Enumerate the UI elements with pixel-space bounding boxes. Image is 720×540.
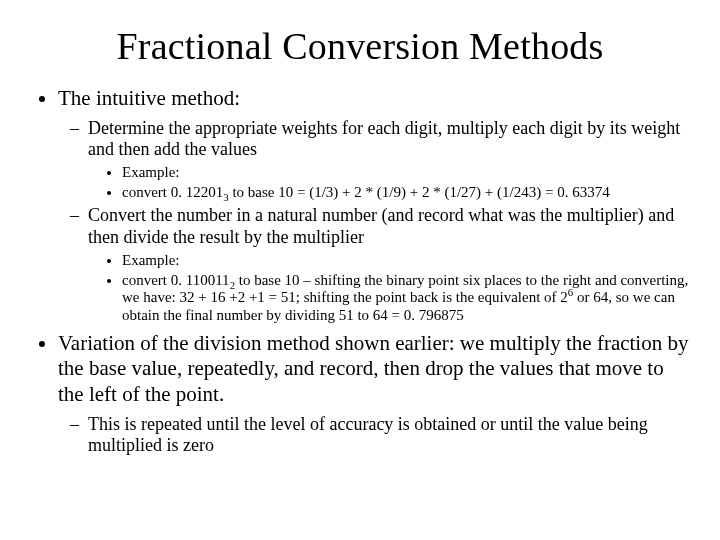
sublist: This is repeated until the level of accu… bbox=[62, 414, 690, 456]
sub-text: Determine the appropriate weights for ea… bbox=[88, 118, 680, 159]
example-list: Example: convert 0. 122013 to base 10 = … bbox=[94, 164, 690, 201]
bullet-list: The intuitive method: Determine the appr… bbox=[36, 86, 690, 456]
example-convert-base3: convert 0. 122013 to base 10 = (1/3) + 2… bbox=[122, 184, 690, 202]
ex-post: to base 10 = (1/3) + 2 * (1/9) + 2 * (1/… bbox=[229, 184, 610, 200]
page-title: Fractional Conversion Methods bbox=[30, 24, 690, 68]
sub-natural-number: Convert the number in a natural number (… bbox=[88, 205, 690, 324]
example-label: Example: bbox=[122, 164, 690, 182]
bullet-intuitive-method: The intuitive method: Determine the appr… bbox=[58, 86, 690, 325]
sublist: Determine the appropriate weights for ea… bbox=[62, 118, 690, 325]
sub-text: Convert the number in a natural number (… bbox=[88, 205, 674, 246]
ex-pre: convert 0. 110011 bbox=[122, 272, 230, 288]
sub-repeat-accuracy: This is repeated until the level of accu… bbox=[88, 414, 690, 456]
bullet-text: The intuitive method: bbox=[58, 86, 240, 110]
example-convert-base2: convert 0. 1100112 to base 10 – shifting… bbox=[122, 272, 690, 325]
sub-weights: Determine the appropriate weights for ea… bbox=[88, 118, 690, 202]
sub-text: This is repeated until the level of accu… bbox=[88, 414, 648, 455]
bullet-text: Variation of the division method shown e… bbox=[58, 331, 688, 406]
slide: Fractional Conversion Methods The intuit… bbox=[0, 0, 720, 540]
ex-pre: convert 0. 12201 bbox=[122, 184, 223, 200]
example-list: Example: convert 0. 1100112 to base 10 –… bbox=[94, 252, 690, 325]
bullet-variation-division: Variation of the division method shown e… bbox=[58, 331, 690, 456]
example-label: Example: bbox=[122, 252, 690, 270]
